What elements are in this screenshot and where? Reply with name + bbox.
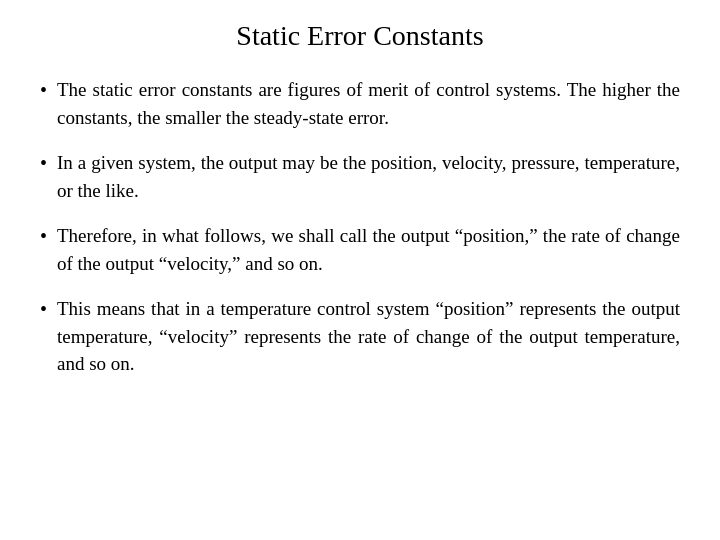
bullet-symbol-4: •: [40, 295, 47, 324]
bullet-text-3: Therefore, in what follows, we shall cal…: [57, 222, 680, 277]
bullet-text-4: This means that in a temperature control…: [57, 295, 680, 378]
bullet-text-2: In a given system, the output may be the…: [57, 149, 680, 204]
bullet-item-1: • The static error constants are figures…: [40, 76, 680, 131]
bullet-text-1: The static error constants are figures o…: [57, 76, 680, 131]
bullet-item-4: • This means that in a temperature contr…: [40, 295, 680, 378]
bullet-symbol-3: •: [40, 222, 47, 251]
content-area: • The static error constants are figures…: [40, 76, 680, 378]
bullet-item-3: • Therefore, in what follows, we shall c…: [40, 222, 680, 277]
page-title: Static Error Constants: [40, 20, 680, 52]
bullet-symbol-2: •: [40, 149, 47, 178]
bullet-item-2: • In a given system, the output may be t…: [40, 149, 680, 204]
bullet-symbol-1: •: [40, 76, 47, 105]
